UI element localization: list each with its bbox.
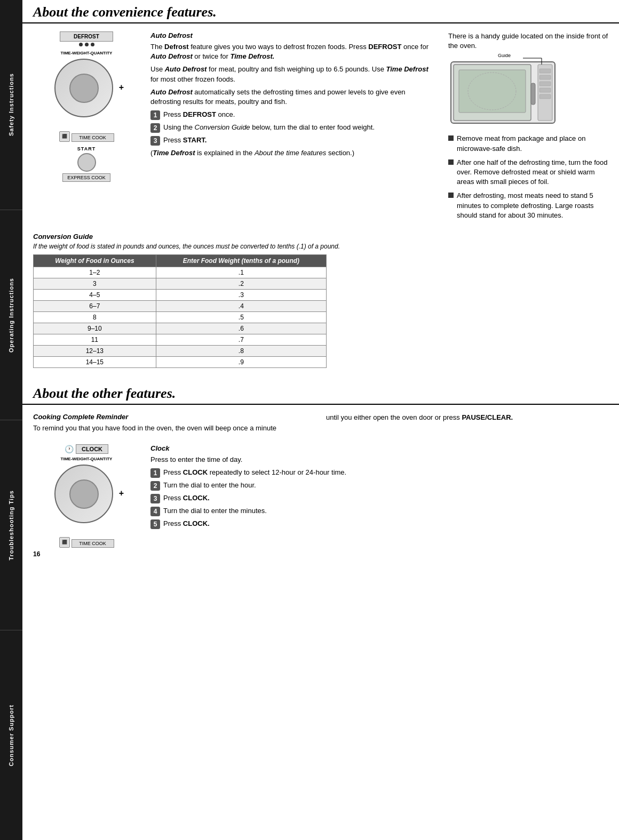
middle-col: Auto Defrost The Defrost feature gives y…: [150, 31, 438, 225]
auto-defrost-heading: Auto Defrost: [150, 31, 438, 39]
clock-dial-outer[interactable]: [54, 465, 113, 523]
table-cell: 8: [34, 311, 156, 323]
table-cell: 3: [34, 278, 156, 289]
table-row: 3.2: [34, 278, 327, 289]
table-row: 8.5: [34, 311, 327, 323]
other-features-section: About the other features. Cooking Comple…: [22, 381, 619, 548]
bullet-item-3: After defrosting, most meats need to sta…: [448, 191, 608, 220]
svg-rect-2: [459, 70, 526, 113]
plus-label: +: [119, 83, 124, 92]
table-cell: .3: [156, 289, 326, 300]
table-cell: .4: [156, 300, 326, 311]
time-cook-area: ⬛ TIME COOK: [59, 131, 114, 142]
clock-step-4-row: 4 Turn the dial to enter the minutes.: [150, 506, 608, 516]
bullet-text-2: After one half of the defrosting time, t…: [457, 158, 608, 187]
clock-dial-inner: [69, 479, 99, 509]
dial-outer[interactable]: [54, 59, 113, 117]
page-number: 16: [22, 548, 619, 561]
clock-intro: Press to enter the time of day.: [150, 455, 608, 465]
main-content: About the convenience features. DEFROST …: [22, 0, 619, 840]
start-button-diagram[interactable]: [77, 153, 96, 172]
sidebar-section-operating: Operating Instructions: [0, 210, 22, 420]
sidebar-label-safety: Safety Instructions: [5, 68, 17, 141]
table-header-pounds: Enter Food Weight (tenths of a pound): [156, 254, 326, 267]
cooking-complete-right-plain: until you either open the oven door or p…: [326, 413, 462, 421]
other-features-title: About the other features.: [33, 386, 176, 401]
time-cook-icon: ⬛: [59, 131, 70, 142]
time-defrost-note-bold: Time Defrost: [153, 149, 195, 157]
table-cell: 9–10: [34, 323, 156, 334]
bullet-square-2: [448, 159, 454, 165]
auto-defrost-auto: Auto Defrost: [150, 88, 193, 96]
clock-dial-area: TIME-WEIGHT-QUANTITY +: [49, 457, 124, 534]
oven-diagram: Guide: [448, 54, 608, 129]
clock-step-2-row: 2 Turn the dial to enter the hour.: [150, 481, 608, 491]
clock-section: 🕐 CLOCK TIME-WEIGHT-QUANTITY + ⬛ T: [22, 444, 619, 548]
clock-step-4-num: 4: [150, 507, 160, 516]
table-cell: .9: [156, 356, 326, 367]
step-3-text: Press START.: [163, 135, 438, 145]
bullet-square-1: [448, 135, 454, 141]
table-header-ounces: Weight of Food in Ounces: [34, 254, 156, 267]
clock-step-4-text: Turn the dial to enter the minutes.: [163, 506, 608, 516]
express-cook-button: EXPRESS COOK: [62, 173, 110, 182]
svg-rect-9: [539, 88, 551, 92]
table-row: 1–2.1: [34, 267, 327, 278]
clock-btn-row: 🕐 CLOCK: [65, 444, 108, 454]
sidebar-section-consumer: Consumer Support: [0, 630, 22, 840]
dot-3: [91, 43, 94, 46]
table-cell: .5: [156, 311, 326, 323]
time-defrost-ref: Time Defrost.: [231, 52, 275, 60]
start-area: START EXPRESS COOK: [62, 146, 110, 182]
dial-arc-label: TIME-WEIGHT-QUANTITY: [61, 51, 113, 55]
step-3-num: 3: [150, 136, 160, 146]
step-3-row: 3 Press START.: [150, 135, 438, 146]
step-1-text: Press DEFROST once.: [163, 110, 438, 119]
step-2-text: Using the Conversion Guide below, turn t…: [163, 123, 438, 132]
auto-defrost-use: Auto Defrost: [165, 65, 207, 73]
cooking-complete-left: Cooking Complete Reminder To remind you …: [33, 413, 315, 436]
table-cell: .6: [156, 323, 326, 334]
table-row: 4–5.3: [34, 289, 327, 300]
clock-heading: Clock: [150, 444, 608, 452]
clock-step-2-num: 2: [150, 481, 160, 491]
table-cell: 1–2: [34, 267, 156, 278]
table-cell: .1: [156, 267, 326, 278]
clock-right-instructions: Clock Press to enter the time of day. 1 …: [150, 444, 608, 548]
bullet-text-1: Remove meat from package and place on mi…: [457, 134, 608, 153]
cooking-complete-left-text: To remind you that you have food in the …: [33, 423, 315, 433]
time-defrost-use: Time Defrost: [386, 65, 428, 73]
svg-rect-6: [539, 69, 551, 73]
bullet-item-2: After one half of the defrosting time, t…: [448, 158, 608, 187]
clock-step-5-text: Press CLOCK.: [163, 519, 608, 529]
sidebar-section-safety: Safety Instructions: [0, 0, 22, 210]
clock-dial-arc-label: TIME-WEIGHT-QUANTITY: [61, 457, 113, 461]
table-cell: 6–7: [34, 300, 156, 311]
clock-icon: 🕐: [65, 445, 74, 453]
sidebar-label-operating: Operating Instructions: [5, 273, 17, 358]
dot-1: [79, 43, 83, 46]
clock-left-diagram: 🕐 CLOCK TIME-WEIGHT-QUANTITY + ⬛ T: [33, 444, 140, 548]
time-defrost-note: (Time Defrost is explained in the About …: [150, 148, 438, 158]
clock-btn-label: CLOCK: [82, 446, 102, 452]
clock-step-3-num: 3: [150, 494, 160, 503]
other-features-header: About the other features.: [22, 381, 619, 405]
clock-step-3-text: Press CLOCK.: [163, 493, 608, 503]
step3-start-bold: START.: [183, 136, 207, 144]
guide-intro-text: There is a handy guide located on the in…: [448, 31, 608, 51]
cooking-complete-area: Cooking Complete Reminder To remind you …: [22, 405, 619, 444]
dial-area: TIME-WEIGHT-QUANTITY +: [49, 51, 124, 128]
clock-step-1-num: 1: [150, 468, 160, 478]
step-1-row: 1 Press DEFROST once.: [150, 110, 438, 120]
cooking-complete-heading: Cooking Complete Reminder: [33, 413, 315, 421]
auto-defrost-ref: Auto Defrost: [150, 52, 193, 60]
time-cook-label: TIME COOK: [79, 135, 106, 140]
defrost-label: DEFROST: [74, 34, 99, 39]
sidebar-label-consumer: Consumer Support: [5, 699, 17, 772]
start-label: START: [77, 146, 96, 151]
clock-step-2-text: Turn the dial to enter the hour.: [163, 481, 608, 490]
clock-plus-label: +: [119, 489, 124, 498]
clock-step-1-text: Press CLOCK repeatedly to select 12-hour…: [163, 468, 608, 477]
auto-defrost-para1: The Defrost feature gives you two ways t…: [150, 42, 438, 61]
conversion-guide-ref: Conversion Guide: [195, 123, 250, 131]
